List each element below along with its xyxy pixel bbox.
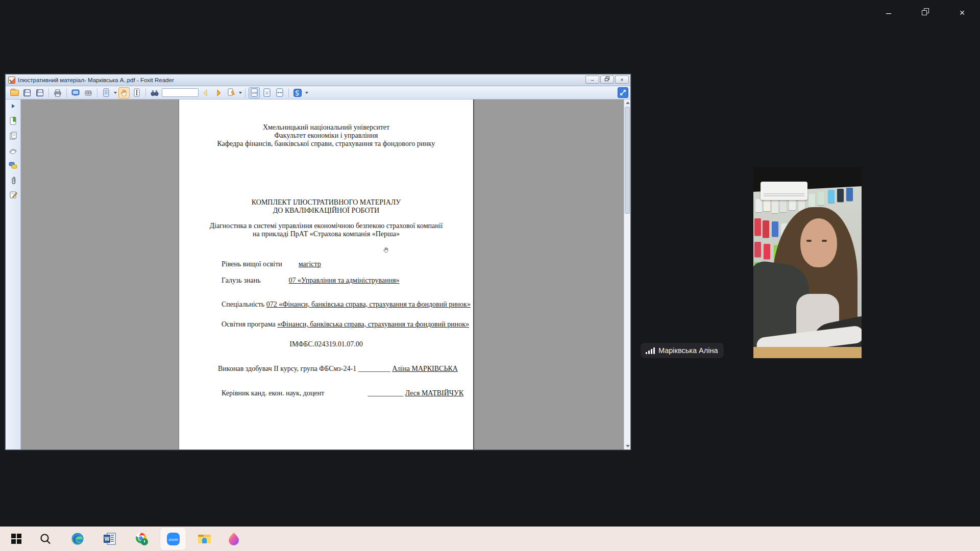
doc-subtitle: Діагностика в системі управління економі… bbox=[179, 222, 473, 238]
supervisor-blank: __________ bbox=[368, 389, 403, 397]
fit-width-button[interactable] bbox=[274, 87, 285, 98]
field-value: магістр bbox=[299, 260, 321, 268]
person-eye bbox=[822, 240, 827, 242]
audio-signal-icon bbox=[646, 347, 655, 354]
select-text-button[interactable] bbox=[131, 87, 142, 98]
paperclip-icon bbox=[10, 176, 16, 185]
taskbar-zoom[interactable]: zoom bbox=[160, 528, 186, 550]
actual-size-icon: 100 bbox=[250, 88, 258, 97]
scroll-up-button[interactable] bbox=[626, 102, 630, 104]
foxit-restore-button[interactable] bbox=[600, 76, 614, 84]
restore-button[interactable] bbox=[914, 5, 937, 20]
foxit-window-buttons: – × bbox=[585, 76, 629, 84]
save-button[interactable] bbox=[21, 87, 33, 98]
export-button[interactable] bbox=[83, 87, 94, 98]
field-program: Освітня програма «Фінанси, банківська сп… bbox=[222, 320, 469, 329]
attachments-panel-button[interactable] bbox=[9, 176, 18, 185]
document-workspace[interactable]: Хмельницький національний університет Фа… bbox=[21, 99, 624, 449]
taskbar-designer[interactable] bbox=[221, 528, 247, 550]
svg-text:100: 100 bbox=[252, 91, 257, 94]
taskbar-edge[interactable] bbox=[65, 528, 90, 550]
doc-header-line: Кафедра фінансів, банківської справи, ст… bbox=[179, 140, 473, 148]
foxit-window-title: Ілюстративний матеріал- Марківська А..pd… bbox=[18, 77, 174, 83]
product-packet bbox=[837, 189, 844, 202]
field-label: Освітня програма bbox=[222, 320, 276, 328]
pages-panel-button[interactable] bbox=[9, 131, 18, 140]
select-text-icon bbox=[133, 88, 141, 97]
scroll-down-button[interactable] bbox=[626, 445, 630, 447]
save-as-button[interactable] bbox=[34, 87, 45, 98]
pdf-page[interactable]: Хмельницький національний університет Фа… bbox=[179, 99, 474, 449]
taskbar-word[interactable]: W bbox=[97, 528, 122, 550]
supervisor-label: Керівник канд. екон. наук, доцент bbox=[222, 389, 324, 397]
file-explorer-icon bbox=[198, 533, 211, 545]
product-packet bbox=[755, 199, 762, 212]
fit-page-icon bbox=[263, 88, 271, 97]
executor-label: Виконав здобувач ІІ курсу, група ФБСмз-2… bbox=[218, 365, 356, 372]
previous-view-button[interactable] bbox=[200, 87, 211, 98]
export-icon bbox=[84, 88, 93, 97]
doc-code: ІМФБС.024319.01.07.00 bbox=[179, 340, 473, 348]
taskbar-file-explorer[interactable] bbox=[191, 528, 217, 550]
scroll-thumb[interactable] bbox=[625, 107, 630, 214]
screen-button[interactable] bbox=[70, 87, 81, 98]
designer-drop-icon bbox=[227, 532, 240, 545]
minimize-button[interactable]: – bbox=[877, 5, 900, 20]
open-folder-icon bbox=[10, 90, 19, 96]
layers-panel-button[interactable] bbox=[9, 146, 18, 155]
product-packet bbox=[818, 192, 824, 205]
print-button[interactable] bbox=[52, 87, 63, 98]
open-button[interactable] bbox=[9, 87, 20, 98]
zoom-history-caret-icon[interactable] bbox=[239, 92, 242, 94]
foxit-reader-window: Ілюстративний матеріал- Марківська А..pd… bbox=[5, 74, 631, 450]
app-window-controls: – × bbox=[877, 5, 974, 20]
search-button[interactable] bbox=[33, 528, 58, 550]
bookmarks-panel-button[interactable] bbox=[9, 116, 18, 126]
field-value: «Фінанси, банківська справа, страхування… bbox=[277, 320, 469, 328]
svg-text:zoom: zoom bbox=[168, 537, 178, 542]
sidebar-expand-button[interactable] bbox=[9, 102, 18, 111]
close-button[interactable]: × bbox=[950, 5, 974, 20]
foxit-titlebar[interactable]: Ілюстративний матеріал- Марківська А..pd… bbox=[6, 74, 630, 86]
find-input[interactable] bbox=[162, 88, 199, 97]
comments-panel-button[interactable] bbox=[9, 161, 18, 170]
field-education-level: Рівень вищої освітимагістр bbox=[222, 260, 321, 268]
fit-width-icon bbox=[276, 88, 284, 97]
start-button[interactable] bbox=[4, 528, 29, 550]
next-view-button[interactable] bbox=[213, 87, 224, 98]
foxit-toolbar: 100 bbox=[6, 86, 630, 99]
vertical-scrollbar[interactable] bbox=[624, 99, 630, 449]
full-screen-button[interactable] bbox=[618, 87, 628, 98]
foxit-minimize-button[interactable]: – bbox=[585, 76, 599, 84]
doc-header: Хмельницький національний університет Фа… bbox=[179, 123, 473, 148]
actual-size-button[interactable]: 100 bbox=[249, 87, 260, 98]
field-label: Рівень вищої освіти bbox=[222, 260, 282, 268]
participant-video-tile[interactable] bbox=[753, 167, 862, 358]
doc-subtitle-line: на прикладі ПрАТ «Страхова компанія «Пер… bbox=[179, 230, 473, 238]
hand-tool-button[interactable] bbox=[118, 87, 130, 98]
full-screen-icon bbox=[620, 89, 626, 96]
taskbar-chrome[interactable] bbox=[129, 528, 154, 550]
foxit-app-icon bbox=[8, 77, 15, 84]
bookmarks-icon bbox=[9, 117, 17, 126]
foxit-close-button[interactable]: × bbox=[615, 76, 629, 84]
foxit-convert-button[interactable] bbox=[292, 87, 303, 98]
page-display-icon bbox=[102, 88, 110, 97]
fit-page-button[interactable] bbox=[261, 87, 273, 98]
layers-icon bbox=[9, 147, 17, 154]
toolbar-separator bbox=[48, 88, 49, 97]
doc-header-line: Факультет економіки і управління bbox=[179, 132, 473, 140]
product-packet bbox=[772, 221, 778, 237]
page-display-caret-icon[interactable] bbox=[114, 92, 117, 94]
executor-line: Виконав здобувач ІІ курсу, група ФБСмз-2… bbox=[218, 365, 458, 373]
zoom-history-button[interactable] bbox=[226, 87, 237, 98]
save-as-icon bbox=[36, 89, 43, 96]
restore-icon bbox=[922, 10, 928, 16]
page-display-button[interactable] bbox=[101, 87, 112, 98]
signature-panel-button[interactable] bbox=[9, 190, 18, 199]
foxit-convert-caret-icon[interactable] bbox=[305, 92, 308, 94]
person-eye bbox=[806, 240, 812, 242]
zoom-icon: zoom bbox=[166, 532, 180, 546]
foxit-convert-icon bbox=[293, 88, 302, 97]
find-button[interactable] bbox=[149, 87, 160, 98]
